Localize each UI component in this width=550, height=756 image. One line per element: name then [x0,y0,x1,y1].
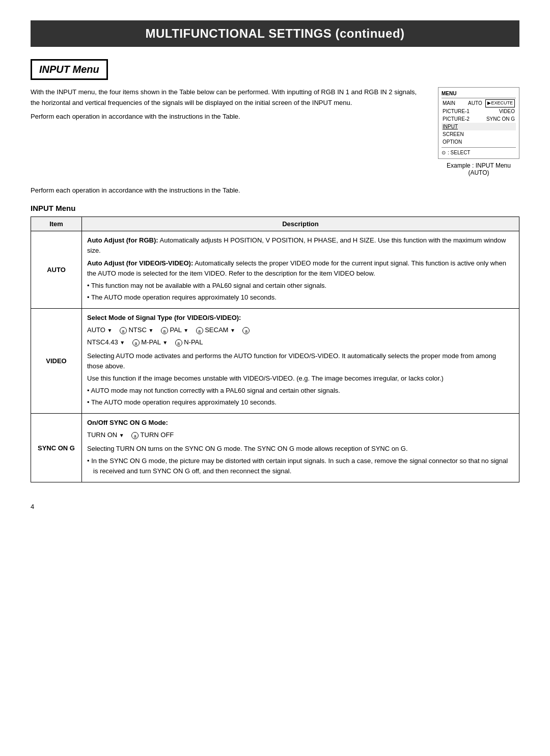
menu-row-option: OPTION [442,138,516,146]
circle-a-icon: a [242,327,250,334]
menu-row-picture2: PICTURE-2 SYNC ON G [442,115,516,123]
desc-auto: Auto Adjust (for RGB): Automatically adj… [82,231,519,309]
page-number: 4 [31,503,519,510]
col-item-header: Item [31,217,82,231]
menu-screenshot: MENU MAIN AUTO ▶EXECUTE PICTURE-1 VIDEO … [438,87,519,159]
down-triangle-icon: ▼ [183,327,188,335]
table-header-row: Item Description [31,217,519,231]
menu-row-input: INPUT [442,123,516,130]
menu-example: MENU MAIN AUTO ▶EXECUTE PICTURE-1 VIDEO … [438,87,519,176]
perform-text: Perform each operation in accordance wit… [31,185,519,196]
section-title: INPUT Menu [31,59,108,80]
down-triangle-icon: ▼ [120,339,125,347]
intro-area: With the INPUT menu, the four items show… [31,87,519,176]
down-triangle-icon: ▼ [230,327,235,335]
page-title: MULTIFUNCTIONAL SETTINGS (continued) [31,20,519,47]
circle-a-icon: a [196,327,203,334]
menu-row-main: MAIN AUTO ▶EXECUTE [442,99,516,107]
desc-sync-on-g: On/Off SYNC ON G Mode: TURN ON ▼ a TURN … [82,414,519,482]
menu-title-label: MENU [442,90,516,98]
down-triangle-icon: ▼ [107,327,113,335]
col-desc-header: Description [82,217,519,231]
table-row: VIDEO Select Mode of Signal Type (for VI… [31,309,519,414]
input-menu-label: INPUT Menu [31,204,519,212]
table-row: AUTO Auto Adjust (for RGB): Automaticall… [31,231,519,309]
table-row: SYNC ON G On/Off SYNC ON G Mode: TURN ON… [31,414,519,482]
input-table: Item Description AUTO Auto Adjust (for R… [31,217,519,482]
down-triangle-icon: ▼ [148,327,153,335]
circle-a-icon: a [120,327,127,334]
intro-text: With the INPUT menu, the four items show… [31,87,423,122]
select-bar: ⊙: SELECT [442,147,516,156]
intro-paragraph1: With the INPUT menu, the four items show… [31,87,423,109]
example-caption: Example : INPUT Menu (AUTO) [447,162,511,176]
down-triangle-icon: ▼ [119,431,124,440]
circle-a-icon: a [161,327,168,334]
menu-row-screen: SCREEN [442,130,516,138]
circle-a-icon: a [131,432,139,439]
intro-paragraph2: Perform each operation in accordance wit… [31,112,423,122]
circle-a-icon: a [175,339,182,346]
item-auto: AUTO [31,231,82,309]
desc-video: Select Mode of Signal Type (for VIDEO/S-… [82,309,519,414]
down-triangle-icon: ▼ [162,339,168,347]
circle-a-icon: a [132,339,140,346]
item-video: VIDEO [31,309,82,414]
menu-row-picture1: PICTURE-1 VIDEO [442,107,516,115]
item-sync-on-g: SYNC ON G [31,414,82,482]
